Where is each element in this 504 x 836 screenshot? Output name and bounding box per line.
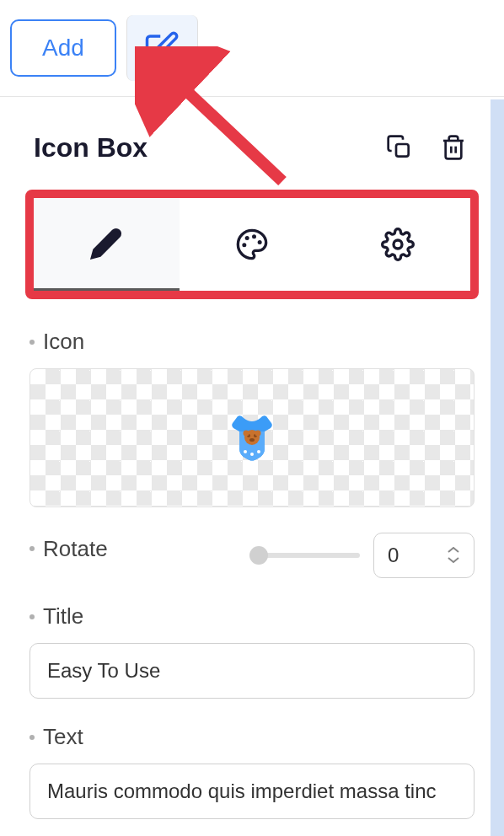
tab-content[interactable] [34,198,180,291]
svg-point-14 [244,431,249,437]
gear-icon [381,228,415,261]
baby-onesie-icon [231,415,273,461]
edit-mode-button[interactable] [126,15,198,81]
rotate-slider[interactable] [259,553,360,558]
svg-point-6 [258,240,262,244]
panel-actions [383,131,470,164]
svg-point-9 [394,240,402,249]
delete-button[interactable] [437,131,470,164]
stepper-up[interactable] [447,546,460,555]
chevron-up-icon [448,547,459,554]
fields-area: Icon [0,329,504,819]
field-title: Title [29,603,475,699]
palette-icon [235,228,269,261]
properties-panel: Icon Box [0,97,504,819]
field-label-row: Icon [29,329,475,355]
field-label-row: Text [29,724,475,750]
svg-point-16 [244,450,247,453]
svg-rect-2 [396,144,409,157]
title-input[interactable] [29,643,475,699]
svg-point-8 [242,243,246,247]
top-toolbar: Add [0,0,504,97]
tabs-highlight-box [25,190,479,299]
svg-point-7 [245,236,249,240]
field-icon: Icon [29,329,475,507]
field-rotate: Rotate [29,533,475,578]
stepper-down[interactable] [447,556,460,565]
rotate-number-input [373,533,475,578]
scrollbar[interactable] [491,99,504,836]
tab-advanced[interactable] [324,198,470,291]
field-label-row: Title [29,603,475,630]
field-label-row: Rotate [29,536,108,562]
rotate-controls [259,533,475,578]
bullet-icon [29,614,35,619]
svg-point-15 [255,431,261,437]
rotate-input[interactable] [388,544,430,567]
svg-point-13 [249,438,255,442]
panel-title: Icon Box [34,132,147,163]
panel-header: Icon Box [0,97,504,190]
text-input[interactable] [29,764,475,819]
slider-thumb[interactable] [249,546,268,565]
icon-preview[interactable] [29,368,475,507]
icon-field-label: Icon [43,329,84,355]
bullet-icon [29,546,35,551]
copy-icon [386,134,413,161]
number-steppers [447,546,460,565]
duplicate-button[interactable] [383,131,416,164]
title-field-label: Title [43,603,83,630]
edit-pencil-square-icon [144,30,180,66]
svg-point-5 [252,234,256,238]
chevron-down-icon [448,557,459,564]
svg-point-17 [250,453,254,456]
field-text: Text [29,724,475,819]
pencil-icon [89,227,123,260]
bullet-icon [29,340,35,345]
svg-point-18 [257,450,260,453]
add-button[interactable]: Add [10,19,116,77]
bullet-icon [29,735,35,740]
rotate-field-label: Rotate [43,536,108,562]
tab-style[interactable] [180,198,325,291]
tabs-container [0,190,504,329]
trash-icon [440,134,467,161]
text-field-label: Text [43,724,83,750]
